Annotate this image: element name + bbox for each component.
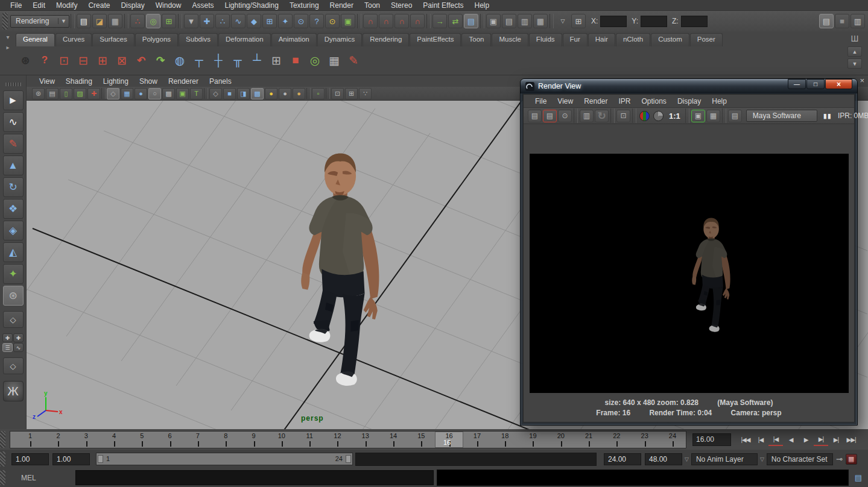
new-scene-icon[interactable]: ▤ <box>77 14 91 28</box>
layout-four-view-alt-button[interactable]: ✚ <box>13 333 24 342</box>
shelf-scroll-down-icon[interactable]: ▼ <box>847 58 862 69</box>
shelf-tab-dynamics[interactable]: Dynamics <box>317 33 362 46</box>
shaded-icon[interactable]: ● <box>135 88 147 99</box>
range-end-handle[interactable] <box>346 455 351 463</box>
display-alpha-channel-icon[interactable] <box>653 111 664 121</box>
node-tree-icon-2[interactable]: ┼ <box>209 49 228 71</box>
frame-tick-12[interactable]: 12 <box>323 432 351 448</box>
menu-toon[interactable]: Toon <box>359 1 385 10</box>
rv-menu-render[interactable]: Render <box>578 96 613 106</box>
snap-to-grids-icon[interactable]: ∩ <box>363 14 378 28</box>
step-back-key-button[interactable]: |◀ <box>768 433 783 446</box>
shelf-tab-deformation[interactable]: Deformation <box>218 33 271 46</box>
universal-manipulator-tool[interactable]: ◈ <box>3 221 24 240</box>
menu-paint-effects[interactable]: Paint Effects <box>417 1 469 10</box>
maximize-button[interactable]: □ <box>806 79 825 89</box>
select-rendering-mask-icon[interactable]: ⊙ <box>294 14 308 28</box>
menu-file[interactable]: File <box>5 1 27 10</box>
character-set-dropdown[interactable]: No Character Set <box>767 453 833 465</box>
shelf-tab-ncloth[interactable]: nCloth <box>616 33 650 46</box>
mel-label[interactable]: MEL <box>8 474 75 482</box>
frame-tick-6[interactable]: 6 <box>156 432 183 448</box>
camera-track-icon[interactable]: ⊟ <box>74 49 93 71</box>
rv-menu-file[interactable]: File <box>530 96 552 106</box>
shelf-tab-curves[interactable]: Curves <box>55 33 92 46</box>
render-view-titlebar[interactable]: Render View — □ × <box>521 79 857 93</box>
frame-tick-19[interactable]: 19 <box>519 432 546 448</box>
shelf-tab-general[interactable]: General <box>16 33 55 46</box>
step-back-frame-button[interactable]: |◀ <box>753 433 768 446</box>
node-tree-icon-1[interactable]: ┬ <box>189 49 209 71</box>
menu-window[interactable]: Window <box>150 1 187 10</box>
set-key-icon[interactable]: ⊸ <box>836 454 843 463</box>
frame-tick-14[interactable]: 14 <box>379 432 407 448</box>
render-current-frame-icon[interactable]: ▤ <box>502 14 516 28</box>
shelf-tab-fur[interactable]: Fur <box>563 33 588 46</box>
divider[interactable] <box>306 88 311 99</box>
channel-box-toggle-icon[interactable]: ▥ <box>851 14 865 28</box>
coordinate-x-input[interactable] <box>600 16 627 27</box>
node-tree-icon-4[interactable]: ┴ <box>247 49 267 71</box>
render-current-frame-icon[interactable]: ▤ <box>543 110 557 122</box>
divider[interactable] <box>124 14 128 28</box>
divider[interactable] <box>178 14 182 28</box>
snap-to-curves-icon[interactable]: ∩ <box>379 14 393 28</box>
play-forwards-button[interactable]: ▶ <box>799 433 813 446</box>
frame-tick-1[interactable]: 1 <box>16 432 44 448</box>
chevron-down-icon[interactable]: ▽ <box>685 456 689 462</box>
camera-attributes-icon[interactable]: ▤ <box>46 88 59 99</box>
layout-persp-graph-button[interactable]: ∿ <box>13 343 24 352</box>
panel-menu-show[interactable]: Show <box>134 77 163 86</box>
pane-frame-icon[interactable]: ⊞ <box>345 88 358 99</box>
bookmark-icon[interactable]: ▯ <box>60 88 72 99</box>
commandline-grip[interactable] <box>0 470 5 485</box>
camera-dolly-icon[interactable]: ⊞ <box>93 49 112 71</box>
shelf-tab-muscle[interactable]: Muscle <box>492 33 528 46</box>
coordinate-z-input[interactable] <box>681 16 708 27</box>
hud-text-icon[interactable]: T <box>190 88 203 99</box>
command-results-field[interactable] <box>437 470 849 486</box>
wireframe-icon[interactable]: ◇ <box>107 88 119 99</box>
node-editor-icon[interactable]: ⊞ <box>267 49 286 71</box>
viewport-close-icon[interactable]: × <box>858 76 866 85</box>
select-deformations-mask-icon[interactable]: ⊞ <box>262 14 277 28</box>
shelf-tab-poser[interactable]: Poser <box>690 33 723 46</box>
step-forward-key-button[interactable]: ▶| <box>814 433 828 446</box>
shelf-tab-subdivs[interactable]: Subdivs <box>179 33 218 46</box>
panel-menu-panels[interactable]: Panels <box>204 77 237 86</box>
camera-icon[interactable]: ⊛ <box>32 88 45 99</box>
snap-to-points-icon[interactable]: ∩ <box>394 14 409 28</box>
frame-ruler[interactable]: 123456789101112131415161718192021222324 <box>10 431 686 448</box>
panel-menu-shading[interactable]: Shading <box>60 77 98 86</box>
rangeslider-grip[interactable] <box>0 451 5 467</box>
layout-four-view-button[interactable]: ✚ <box>2 333 13 342</box>
frame-tick-7[interactable]: 7 <box>184 432 212 448</box>
layout-single-pane-button[interactable]: ◇ <box>3 311 24 328</box>
menu-assets[interactable]: Assets <box>186 1 219 10</box>
divider[interactable] <box>71 14 75 28</box>
wire-cube-icon[interactable]: ◇ <box>209 88 222 99</box>
shelf-tab-arrow-icon[interactable]: ▸ <box>6 44 9 51</box>
divider[interactable] <box>204 88 208 99</box>
close-button[interactable]: × <box>825 79 852 89</box>
anim-layer-dropdown[interactable]: No Anim Layer <box>691 453 758 465</box>
rv-menu-ipr[interactable]: IPR <box>613 96 636 106</box>
frame-tick-11[interactable]: 11 <box>296 432 323 448</box>
menu-texturing[interactable]: Texturing <box>284 1 325 10</box>
script-editor-icon[interactable]: ▤ <box>851 471 866 485</box>
show-manipulator-tool[interactable]: ✦ <box>3 264 24 284</box>
frame-tick-20[interactable]: 20 <box>547 432 575 448</box>
tool-settings-toggle-icon[interactable]: ≡ <box>835 14 849 28</box>
shelf-tab-hair[interactable]: Hair <box>588 33 615 46</box>
rv-menu-help[interactable]: Help <box>706 96 732 106</box>
render-script-icon[interactable]: ▤ <box>728 110 742 122</box>
select-joints-mask-icon[interactable]: ∴ <box>215 14 230 28</box>
image-plane-icon[interactable]: ▨ <box>74 88 86 99</box>
select-component-icon[interactable]: ⊞ <box>162 14 176 28</box>
menu-help[interactable]: Help <box>469 1 495 10</box>
real-size-button[interactable]: 1:1 <box>669 112 680 121</box>
divider[interactable] <box>357 14 361 28</box>
frame-tick-22[interactable]: 22 <box>603 432 630 448</box>
menu-stereo[interactable]: Stereo <box>385 1 417 10</box>
move-tool[interactable]: ▲ <box>3 156 24 175</box>
